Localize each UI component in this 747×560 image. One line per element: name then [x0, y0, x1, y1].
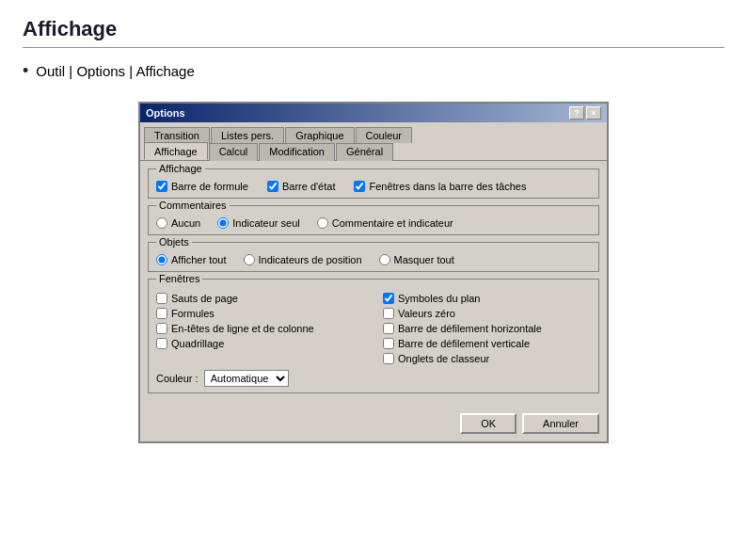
tabs-row-1: Transition Listes pers. Graphique Couleu…: [140, 122, 607, 142]
formules-label[interactable]: Formules: [171, 308, 215, 319]
affichage-section-label: Affichage: [156, 163, 205, 174]
objets-row: Afficher tout Indicateurs de position Ma…: [156, 250, 591, 265]
barre-etat-row: Barre d'état: [267, 181, 336, 192]
indicateurs-position-radio[interactable]: [244, 254, 255, 265]
barre-formule-row: Barre de formule: [156, 181, 248, 192]
fenetres-left-col: Sauts de page Formules En-têtes de ligne…: [156, 289, 364, 364]
dialog-footer: OK Annuler: [140, 408, 607, 441]
commentaires-row: Aucun Indicateur seul Commentaire et ind…: [156, 214, 591, 229]
title-divider: [23, 47, 724, 48]
indicateurs-position-row: Indicateurs de position: [244, 254, 362, 265]
subtitle-text: Outil | Options | Affichage: [36, 63, 194, 79]
bullet-dot: •: [23, 61, 28, 81]
entetes-checkbox[interactable]: [156, 323, 167, 334]
barre-etat-label[interactable]: Barre d'état: [282, 181, 336, 192]
dialog-backdrop: Options ? × Transition Listes pers. Grap…: [23, 98, 724, 443]
quadrillage-checkbox[interactable]: [156, 338, 167, 349]
valeurs-zero-checkbox[interactable]: [383, 308, 394, 319]
couleur-select[interactable]: Automatique: [204, 370, 289, 387]
formules-checkbox[interactable]: [156, 308, 167, 319]
aucun-row: Aucun: [156, 217, 200, 229]
afficher-tout-label[interactable]: Afficher tout: [171, 254, 227, 265]
commentaires-section: Commentaires Aucun Indicateur seul Comme…: [148, 205, 599, 235]
affichage-row: Barre de formule Barre d'état Fenêtres d…: [156, 177, 591, 192]
indicateurs-position-label[interactable]: Indicateurs de position: [259, 254, 362, 265]
masquer-tout-radio[interactable]: [379, 254, 390, 265]
onglets-classeur-row: Onglets de classeur: [383, 353, 591, 364]
fenetres-barre-checkbox[interactable]: [354, 181, 365, 192]
fenetres-barre-row: Fenêtres dans la barre des tâches: [354, 181, 526, 192]
symboles-plan-row: Symboles du plan: [383, 293, 591, 304]
dialog-title: Options: [146, 107, 185, 119]
indicateur-radio[interactable]: [217, 217, 229, 229]
tab-general[interactable]: Général: [336, 143, 393, 161]
tab-modification[interactable]: Modification: [259, 143, 335, 161]
tab-listes-pers[interactable]: Listes pers.: [211, 127, 284, 143]
annuler-button[interactable]: Annuler: [522, 413, 599, 434]
commentaires-section-label: Commentaires: [156, 200, 230, 211]
entetes-row: En-têtes de ligne et de colonne: [156, 323, 364, 334]
symboles-plan-label[interactable]: Symboles du plan: [398, 293, 480, 304]
page-title: Affichage: [23, 17, 724, 41]
onglets-classeur-label[interactable]: Onglets de classeur: [398, 353, 489, 364]
aucun-label[interactable]: Aucun: [171, 217, 200, 229]
couleur-row: Couleur : Automatique: [156, 370, 591, 387]
onglets-classeur-checkbox[interactable]: [383, 353, 394, 364]
barre-formule-label[interactable]: Barre de formule: [171, 181, 248, 192]
help-button[interactable]: ?: [569, 106, 584, 120]
sauts-page-checkbox[interactable]: [156, 293, 167, 304]
bullet-line: • Outil | Options | Affichage: [23, 61, 724, 81]
tab-graphique[interactable]: Graphique: [285, 127, 354, 143]
couleur-label: Couleur :: [156, 373, 199, 384]
tab-couleur[interactable]: Couleur: [356, 127, 413, 143]
aucun-radio[interactable]: [156, 217, 167, 229]
close-button[interactable]: ×: [586, 106, 601, 120]
symboles-plan-checkbox[interactable]: [383, 293, 394, 304]
indicateur-label[interactable]: Indicateur seul: [232, 217, 300, 229]
commentaire-indicateur-row: Commentaire et indicateur: [317, 217, 453, 229]
masquer-tout-label[interactable]: Masquer tout: [394, 254, 454, 265]
formules-row: Formules: [156, 308, 364, 319]
objets-section-label: Objets: [156, 236, 192, 248]
afficher-tout-radio[interactable]: [156, 254, 167, 265]
indicateur-row: Indicateur seul: [217, 217, 300, 229]
afficher-tout-row: Afficher tout: [156, 254, 227, 265]
commentaire-indicateur-label[interactable]: Commentaire et indicateur: [332, 217, 453, 229]
masquer-tout-row: Masquer tout: [379, 254, 454, 265]
dialog-body: Affichage Barre de formule Barre d'état …: [140, 160, 607, 408]
titlebar-buttons: ? ×: [569, 106, 601, 120]
sauts-page-label[interactable]: Sauts de page: [171, 293, 238, 304]
entetes-label[interactable]: En-têtes de ligne et de colonne: [171, 323, 314, 334]
valeurs-zero-label[interactable]: Valeurs zéro: [398, 308, 455, 319]
fenetres-grid: Sauts de page Formules En-têtes de ligne…: [156, 289, 591, 364]
quadrillage-row: Quadrillage: [156, 338, 364, 349]
ok-button[interactable]: OK: [460, 413, 517, 434]
barre-formule-checkbox[interactable]: [156, 181, 167, 192]
barre-defilement-h-row: Barre de défilement horizontale: [383, 323, 591, 334]
fenetres-right-col: Symboles du plan Valeurs zéro Barre de d…: [383, 289, 591, 364]
affichage-section: Affichage Barre de formule Barre d'état …: [148, 168, 599, 199]
fenetres-section-label: Fenêtres: [156, 273, 202, 284]
dialog-titlebar: Options ? ×: [140, 104, 607, 122]
objets-section: Objets Afficher tout Indicateurs de posi…: [148, 242, 599, 272]
tabs-row-2: Affichage Calcul Modification Général: [140, 142, 607, 160]
sauts-page-row: Sauts de page: [156, 293, 364, 304]
dialog-options: Options ? × Transition Listes pers. Grap…: [138, 102, 609, 443]
barre-defilement-v-row: Barre de défilement verticale: [383, 338, 591, 349]
quadrillage-label[interactable]: Quadrillage: [171, 338, 224, 349]
fenetres-barre-label[interactable]: Fenêtres dans la barre des tâches: [369, 181, 526, 192]
barre-defilement-h-checkbox[interactable]: [383, 323, 394, 334]
barre-etat-checkbox[interactable]: [267, 181, 278, 192]
fenetres-section: Fenêtres Sauts de page Formules: [148, 279, 599, 393]
commentaire-indicateur-radio[interactable]: [317, 217, 328, 229]
barre-defilement-v-checkbox[interactable]: [383, 338, 394, 349]
tab-calcul[interactable]: Calcul: [209, 143, 259, 161]
barre-defilement-h-label[interactable]: Barre de défilement horizontale: [398, 323, 542, 334]
barre-defilement-v-label[interactable]: Barre de défilement verticale: [398, 338, 530, 349]
tab-transition[interactable]: Transition: [144, 127, 210, 143]
tab-affichage[interactable]: Affichage: [144, 142, 208, 160]
valeurs-zero-row: Valeurs zéro: [383, 308, 591, 319]
